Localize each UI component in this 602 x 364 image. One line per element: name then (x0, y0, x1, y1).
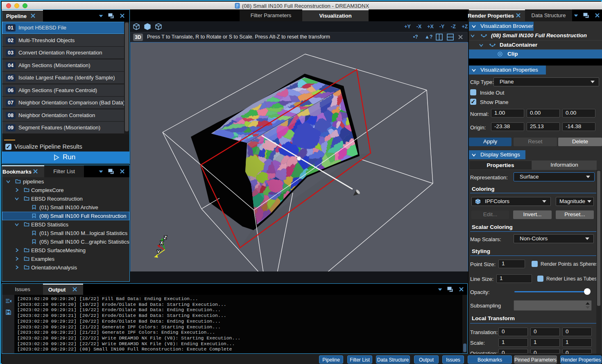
svg-text:Z: Z (163, 235, 167, 240)
svg-text:X: X (160, 240, 163, 245)
